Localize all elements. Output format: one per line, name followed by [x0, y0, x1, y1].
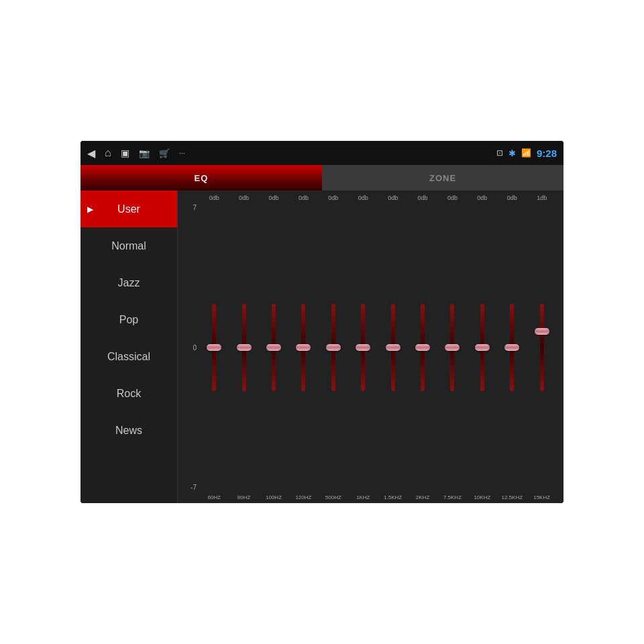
- sidebar-item-user[interactable]: ▶ User: [80, 191, 177, 227]
- slider-col-2khz[interactable]: [410, 203, 435, 492]
- eq-db-label-11: 1db: [529, 195, 555, 201]
- eq-freq-label-2: 100HZ: [261, 494, 286, 500]
- slider-col-60hz[interactable]: [201, 203, 227, 492]
- eq-freq-label-5: 1KHZ: [350, 494, 376, 500]
- eq-db-label-5: 0db: [350, 195, 376, 201]
- slider-col-125khz[interactable]: [499, 203, 525, 492]
- eq-area: 0db0db0db0db0db0db0db0db0db0db0db1db 7 0…: [178, 191, 564, 503]
- slider-col-500hz[interactable]: [321, 203, 346, 492]
- slider-track-11[interactable]: [540, 304, 544, 391]
- slider-thumb-3[interactable]: [296, 344, 311, 351]
- slider-col-120hz[interactable]: [290, 203, 316, 492]
- slider-thumb-6[interactable]: [386, 344, 400, 351]
- slider-col-80hz[interactable]: [231, 203, 257, 492]
- slider-track-9[interactable]: [480, 304, 484, 391]
- eq-freq-label-9: 10KHZ: [470, 494, 495, 500]
- slider-track-4[interactable]: [331, 304, 335, 391]
- slider-track-1[interactable]: [242, 304, 246, 391]
- eq-db-label-2: 0db: [261, 195, 286, 201]
- more-icon[interactable]: ···: [179, 149, 185, 157]
- sidebar-item-normal[interactable]: Normal: [80, 227, 177, 264]
- eq-db-label-4: 0db: [321, 195, 346, 201]
- eq-db-labels-top: 0db0db0db0db0db0db0db0db0db0db0db1db: [187, 195, 557, 203]
- slider-track-6[interactable]: [391, 304, 395, 391]
- scale-label-0: 0: [187, 344, 199, 352]
- eq-db-label-0: 0db: [201, 195, 227, 201]
- device-frame: ◀ ⌂ ▣ 📷 🛒 ··· ⊡ ✱ 📶 9:28 EQ ZONE ▶ User: [80, 141, 564, 503]
- eq-db-label-3: 0db: [290, 195, 316, 201]
- eq-db-label-1: 0db: [231, 195, 257, 201]
- bag-icon[interactable]: 🛒: [159, 148, 170, 158]
- slider-thumb-10[interactable]: [504, 344, 519, 351]
- slider-thumb-11[interactable]: [535, 328, 549, 335]
- main-content: ▶ User Normal Jazz Pop Classical Rock Ne…: [80, 191, 564, 503]
- slider-thumb-2[interactable]: [266, 344, 281, 351]
- slider-col-75khz[interactable]: [439, 203, 465, 492]
- eq-freq-label-1: 80HZ: [231, 494, 257, 500]
- eq-db-label-6: 0db: [380, 195, 406, 201]
- eq-freq-label-7: 2KHZ: [410, 494, 435, 500]
- eq-db-label-9: 0db: [470, 195, 495, 201]
- status-left-icons: ◀ ⌂ ▣ 📷 🛒 ···: [87, 147, 185, 160]
- slider-track-0[interactable]: [212, 304, 216, 391]
- sidebar-item-jazz[interactable]: Jazz: [80, 264, 177, 301]
- tab-bar: EQ ZONE: [80, 165, 564, 191]
- slider-thumb-9[interactable]: [475, 344, 490, 351]
- sidebar-item-pop[interactable]: Pop: [80, 301, 177, 338]
- eq-db-label-7: 0db: [410, 195, 435, 201]
- slider-col-100hz[interactable]: [261, 203, 286, 492]
- slider-col-1khz[interactable]: [350, 203, 376, 492]
- eq-db-label-10: 0db: [499, 195, 525, 201]
- sidebar-item-rock[interactable]: Rock: [80, 375, 177, 412]
- play-icon: ▶: [87, 205, 93, 214]
- status-bar: ◀ ⌂ ▣ 📷 🛒 ··· ⊡ ✱ 📶 9:28: [80, 141, 564, 165]
- slider-thumb-0[interactable]: [207, 344, 221, 351]
- eq-scale: 7 0 -7: [187, 203, 199, 492]
- wifi-icon: 📶: [521, 148, 531, 158]
- slider-thumb-7[interactable]: [415, 344, 430, 351]
- slider-track-10[interactable]: [510, 304, 514, 391]
- sidebar-item-news[interactable]: News: [80, 412, 177, 449]
- home-icon[interactable]: ⌂: [105, 147, 111, 159]
- tab-zone[interactable]: ZONE: [322, 165, 564, 191]
- eq-freq-label-11: 15KHZ: [529, 494, 555, 500]
- slider-col-10khz[interactable]: [470, 203, 495, 492]
- eq-freq-label-10: 12.5KHZ: [499, 494, 525, 500]
- cast-icon: ⊡: [496, 148, 503, 158]
- slider-track-8[interactable]: [450, 304, 454, 391]
- slider-col-15khz[interactable]: [380, 203, 406, 492]
- time-display: 9:28: [537, 148, 557, 159]
- scale-label-7: 7: [187, 204, 199, 211]
- slider-track-2[interactable]: [272, 304, 276, 391]
- slider-track-7[interactable]: [421, 304, 425, 391]
- slider-track-3[interactable]: [301, 304, 305, 391]
- bluetooth-icon: ✱: [508, 148, 516, 158]
- eq-body: 7 0 -7: [187, 203, 557, 492]
- tab-eq[interactable]: EQ: [80, 165, 322, 191]
- eq-freq-label-4: 500HZ: [321, 494, 346, 500]
- eq-freq-label-8: 7.5KHZ: [439, 494, 465, 500]
- slider-thumb-1[interactable]: [237, 344, 252, 351]
- camera-icon[interactable]: 📷: [139, 148, 150, 158]
- recents-icon[interactable]: ▣: [121, 148, 129, 158]
- eq-sliders: [199, 203, 557, 492]
- slider-track-5[interactable]: [361, 304, 365, 391]
- sidebar: ▶ User Normal Jazz Pop Classical Rock Ne…: [80, 191, 178, 503]
- slider-thumb-4[interactable]: [326, 344, 341, 351]
- slider-col-15khz[interactable]: [529, 203, 555, 492]
- eq-freq-label-0: 60HZ: [201, 494, 227, 500]
- status-right-icons: ⊡ ✱ 📶 9:28: [496, 148, 557, 159]
- slider-thumb-8[interactable]: [445, 344, 460, 351]
- slider-thumb-5[interactable]: [356, 344, 370, 351]
- scale-label-neg7: -7: [187, 484, 199, 491]
- eq-freq-label-3: 120HZ: [290, 494, 316, 500]
- sidebar-item-classical[interactable]: Classical: [80, 338, 177, 375]
- eq-freq-label-6: 1.5KHZ: [380, 494, 406, 500]
- eq-db-label-8: 0db: [439, 195, 465, 201]
- back-icon[interactable]: ◀: [87, 147, 95, 160]
- eq-freq-labels-bottom: 60HZ80HZ100HZ120HZ500HZ1KHZ1.5KHZ2KHZ7.5…: [187, 492, 557, 500]
